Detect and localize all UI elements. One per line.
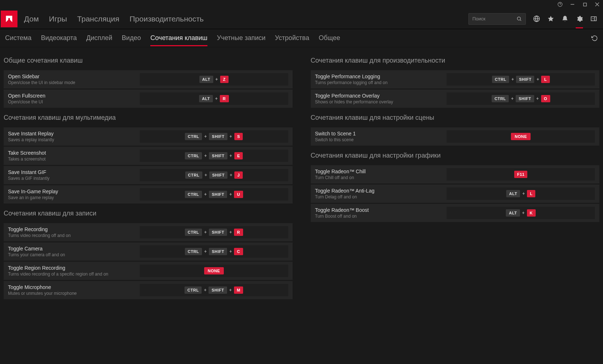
hotkey-title: Open Fullscreen: [8, 93, 137, 99]
hotkey-labels: Save Instant ReplaySaves a replay instan…: [8, 131, 137, 142]
hotkey-row[interactable]: Open FullscreenOpen/close the UIALT+R: [4, 90, 293, 108]
web-icon[interactable]: [533, 15, 540, 22]
hotkey-row[interactable]: Toggle Performance LoggingTurns performa…: [311, 70, 600, 89]
hotkey-list: Toggle RecordingTurns video recording of…: [4, 223, 293, 300]
key-final: C: [234, 248, 243, 255]
hotkey-keys[interactable]: ALT+L: [447, 187, 595, 200]
hotkey-row[interactable]: Save In-Game ReplaySave an in game repla…: [4, 185, 293, 204]
hotkey-keys[interactable]: NONE: [447, 130, 595, 143]
hotkey-row[interactable]: Toggle Radeon™ ChillTurn Chill off and o…: [311, 165, 600, 184]
hotkey-keys[interactable]: ALT+R: [140, 92, 288, 105]
key-modifier: SHIFT: [209, 286, 227, 294]
hotkey-keys[interactable]: CTRL+SHIFT+E: [140, 150, 288, 162]
search-input[interactable]: [472, 16, 512, 21]
tab-graphics-card[interactable]: Видеокарта: [41, 30, 77, 46]
tab-video[interactable]: Видео: [122, 30, 141, 46]
key-modifier: ALT: [199, 95, 213, 102]
plus-icon: +: [215, 77, 218, 82]
key-final: F11: [514, 171, 527, 178]
hotkey-row[interactable]: Toggle MicrophoneMutes or unmutes your m…: [4, 281, 293, 300]
hotkey-keys[interactable]: CTRL+SHIFT+L: [447, 73, 595, 86]
svg-rect-3: [583, 3, 586, 6]
hotkey-row[interactable]: Switch to Scene 1Switch to this sceneNON…: [311, 127, 600, 146]
key-final: R: [220, 95, 229, 102]
reset-icon[interactable]: [591, 35, 598, 41]
plus-icon: +: [229, 249, 232, 254]
hotkey-keys[interactable]: F11: [447, 168, 595, 181]
hotkey-title: Switch to Scene 1: [315, 131, 444, 136]
right-column: Сочетания клавиш для производительностиT…: [311, 57, 600, 364]
hotkey-row[interactable]: Toggle Region RecordingTurns video recor…: [4, 262, 293, 280]
plus-icon: +: [204, 134, 207, 139]
close-button[interactable]: [594, 1, 600, 7]
tab-general[interactable]: Общее: [319, 30, 340, 46]
tab-accounts[interactable]: Учетные записи: [217, 30, 265, 46]
star-icon[interactable]: [547, 15, 554, 22]
hotkey-row[interactable]: Toggle CameraTurns your camera off and o…: [4, 242, 293, 261]
hotkey-keys[interactable]: CTRL+SHIFT+S: [140, 130, 288, 143]
hotkey-title: Save Instant GIF: [8, 169, 137, 175]
hotkey-title: Open Sidebar: [8, 74, 137, 79]
minimize-button[interactable]: [570, 1, 575, 7]
hotkey-row[interactable]: Toggle RecordingTurns video recording of…: [4, 223, 293, 242]
bell-icon[interactable]: [562, 15, 568, 22]
svg-rect-11: [591, 17, 596, 21]
hotkey-keys[interactable]: CTRL+SHIFT+J: [140, 169, 288, 181]
plus-icon: +: [536, 77, 539, 82]
hotkey-desc: Turns performance logging off and on: [315, 80, 444, 85]
nav-streaming[interactable]: Трансляция: [77, 15, 119, 23]
hotkey-row[interactable]: Toggle Radeon™ Anti-LagTurn Delag off an…: [311, 185, 600, 203]
hotkey-keys[interactable]: CTRL+SHIFT+U: [140, 188, 288, 201]
hotkey-keys[interactable]: ALT+K: [447, 207, 595, 219]
hotkey-title: Toggle Camera: [8, 246, 137, 252]
hotkey-row[interactable]: Toggle Radeon™ BoostTurn Boost off and o…: [311, 204, 600, 222]
key-final: M: [234, 286, 243, 294]
key-final: K: [527, 209, 536, 217]
hotkey-keys[interactable]: CTRL+SHIFT+C: [140, 245, 288, 258]
plus-icon: +: [204, 230, 207, 235]
key-modifier: CTRL: [185, 248, 202, 255]
hotkey-labels: Switch to Scene 1Switch to this scene: [315, 131, 444, 142]
hotkey-keys[interactable]: NONE: [140, 265, 288, 277]
plus-icon: +: [204, 153, 207, 158]
hotkey-title: Take Screenshot: [8, 150, 137, 156]
maximize-button[interactable]: [582, 1, 588, 7]
hotkey-keys[interactable]: CTRL+SHIFT+O: [447, 92, 595, 105]
key-modifier: ALT: [199, 76, 213, 83]
nav-performance[interactable]: Производительность: [130, 15, 204, 23]
key-modifier: SHIFT: [209, 248, 227, 255]
section-title: Сочетания клавиш для настройки графики: [311, 152, 600, 159]
tab-hotkeys[interactable]: Сочетания клавиш: [150, 30, 207, 46]
key-final: J: [234, 171, 243, 179]
hotkey-labels: Toggle MicrophoneMutes or unmutes your m…: [8, 284, 137, 296]
nav-home[interactable]: Дом: [24, 15, 39, 23]
hotkey-title: Toggle Performance Overlay: [315, 93, 444, 99]
panel-icon[interactable]: [590, 15, 597, 22]
search-box[interactable]: [468, 13, 526, 25]
svg-marker-10: [548, 16, 554, 21]
svg-point-6: [517, 17, 521, 20]
hotkey-row[interactable]: Save Instant ReplaySaves a replay instan…: [4, 127, 293, 146]
hotkey-labels: Toggle Performance LoggingTurns performa…: [315, 74, 444, 85]
hotkey-row[interactable]: Take ScreenshotTakes a screenshotCTRL+SH…: [4, 147, 293, 165]
help-icon[interactable]: [557, 1, 563, 7]
header-right: [468, 13, 603, 25]
hotkey-keys[interactable]: CTRL+SHIFT+M: [140, 284, 288, 296]
nav-games[interactable]: Игры: [49, 15, 67, 23]
gear-icon[interactable]: [576, 15, 583, 23]
plus-icon: +: [511, 77, 514, 82]
hotkey-row[interactable]: Toggle Performance OverlayShows or hides…: [311, 90, 600, 108]
key-modifier: SHIFT: [209, 152, 227, 159]
amd-logo[interactable]: [1, 11, 17, 27]
hotkey-row[interactable]: Save Instant GIFSaves a GIF instantlyCTR…: [4, 166, 293, 185]
hotkey-keys[interactable]: CTRL+SHIFT+R: [140, 226, 288, 238]
tab-system[interactable]: Система: [5, 30, 32, 46]
hotkey-keys[interactable]: ALT+Z: [140, 73, 288, 86]
search-icon[interactable]: [516, 16, 522, 21]
tab-devices[interactable]: Устройства: [275, 30, 309, 46]
hotkey-row[interactable]: Open SidebarOpen/close the UI in sidebar…: [4, 70, 293, 89]
tab-display[interactable]: Дисплей: [86, 30, 112, 46]
hotkey-title: Save In-Game Replay: [8, 189, 137, 194]
hotkey-desc: Save an in game replay: [8, 195, 137, 200]
plus-icon: +: [204, 288, 206, 293]
